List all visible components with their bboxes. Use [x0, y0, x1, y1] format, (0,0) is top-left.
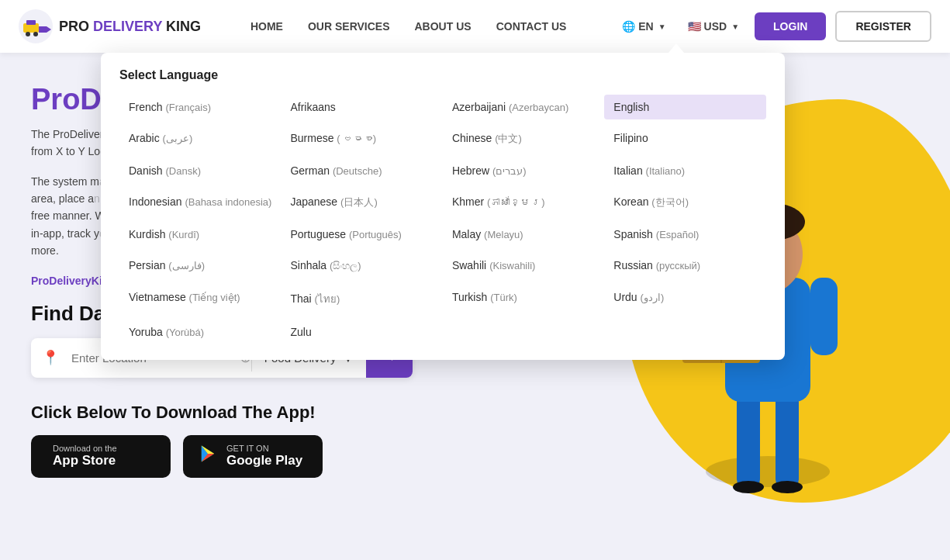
app-store-button[interactable]: Download on the App Store [31, 435, 171, 478]
language-item[interactable]: Danish (Dansk) [119, 158, 281, 183]
language-item[interactable]: German (Deutsche) [281, 158, 442, 183]
language-item[interactable]: Swahili (Kiswahili) [443, 253, 604, 278]
app-store-line1: Download on the [53, 444, 117, 453]
language-item[interactable]: Korean (한국어) [604, 189, 765, 216]
language-dropdown-title: Select Language [119, 68, 766, 82]
language-item[interactable] [604, 320, 765, 344]
svg-point-4 [33, 32, 38, 36]
language-item[interactable]: Filipino [604, 126, 765, 152]
logo-delivery: DELIVERY [93, 19, 162, 34]
nav-contact[interactable]: CONTACT US [496, 20, 567, 33]
language-item[interactable]: English [604, 95, 765, 119]
download-heading: Click Below To Download The App! [31, 403, 413, 423]
language-item[interactable]: Azerbaijani (Azerbaycan) [443, 95, 604, 119]
svg-point-10 [706, 456, 830, 487]
nav-right: 🌐 EN ▼ 🇺🇸 USD ▼ LOGIN REGISTER [616, 11, 931, 42]
language-item[interactable]: Spanish (Español) [604, 222, 765, 247]
flag-icon: 🇺🇸 [688, 20, 701, 33]
language-item[interactable]: Malay (Melayu) [443, 222, 604, 247]
google-play-line2: Google Play [226, 453, 302, 468]
register-button[interactable]: REGISTER [835, 11, 931, 42]
lang-label: EN [638, 20, 653, 33]
language-item[interactable]: Portuguese (Português) [281, 222, 442, 247]
download-section: Click Below To Download The App! Downloa… [31, 403, 413, 478]
language-dropdown: Select Language French (Français)Afrikaa… [101, 53, 785, 360]
language-item[interactable]: Thai (ไทย) [281, 285, 442, 313]
language-item[interactable]: Yoruba (Yorùbá) [119, 320, 281, 344]
app-store-line2: App Store [53, 453, 117, 468]
language-item[interactable] [443, 320, 604, 344]
language-item[interactable]: Vietnamese (Tiếng việt) [119, 285, 281, 313]
globe-icon: 🌐 [622, 20, 635, 33]
google-play-button[interactable]: GET IT ON Google Play [183, 435, 323, 478]
nav-links: HOME OUR SERVICES ABOUT US CONTACT US [250, 20, 566, 33]
language-button[interactable]: 🌐 EN ▼ [616, 17, 672, 36]
svg-rect-17 [810, 278, 838, 355]
language-item[interactable]: Kurdish (Kurdî) [119, 222, 281, 247]
logo-king: KING [166, 19, 201, 34]
logo[interactable]: PRO DELIVERY KING [19, 9, 201, 43]
nav-services[interactable]: OUR SERVICES [308, 20, 390, 33]
currency-label: USD [704, 20, 727, 33]
language-item[interactable]: Turkish (Türk) [443, 285, 604, 313]
svg-rect-12 [776, 394, 799, 487]
lang-chevron-icon: ▼ [658, 22, 666, 31]
language-grid: French (Français)AfrikaansAzerbaijani (A… [119, 95, 766, 344]
language-item[interactable]: Persian (فارسی) [119, 253, 281, 278]
language-item[interactable]: Khmer (ភាសាខ្មែរ) [443, 189, 604, 216]
language-item[interactable]: Urdu (اردو) [604, 285, 765, 313]
svg-point-13 [733, 481, 764, 493]
svg-rect-2 [26, 20, 36, 25]
google-play-line1: GET IT ON [226, 444, 302, 453]
app-buttons: Download on the App Store GE [31, 435, 413, 478]
google-play-text: GET IT ON Google Play [226, 444, 302, 468]
language-item[interactable]: Russian (русскый) [604, 253, 765, 278]
language-item[interactable]: Burmese (ဗမာစာ) [281, 126, 442, 152]
language-item[interactable]: Sinhala (සිංහල) [281, 253, 442, 278]
app-store-text: Download on the App Store [53, 444, 117, 468]
login-button[interactable]: LOGIN [755, 12, 826, 40]
language-item[interactable]: French (Français) [119, 95, 281, 119]
logo-pro: PRO [59, 19, 89, 34]
logo-icon [19, 9, 53, 43]
nav-about[interactable]: ABOUT US [415, 20, 472, 33]
language-item[interactable]: Arabic (عربى) [119, 126, 281, 152]
language-item[interactable]: Chinese (中文) [443, 126, 604, 152]
language-item[interactable]: Indonesian (Bahasa indonesia) [119, 189, 281, 216]
svg-point-3 [26, 32, 30, 36]
dropdown-arrow [668, 43, 684, 53]
language-item[interactable]: Afrikaans [281, 95, 442, 119]
language-item[interactable]: Italian (Italiano) [604, 158, 765, 183]
location-pin-icon: 📍 [31, 349, 59, 366]
language-item[interactable]: Japanese (日本人) [281, 189, 442, 216]
google-play-icon [197, 443, 219, 470]
svg-point-14 [772, 481, 803, 493]
nav-home[interactable]: HOME [250, 20, 283, 33]
language-item[interactable]: Zulu [281, 320, 442, 344]
navbar: PRO DELIVERY KING HOME OUR SERVICES ABOU… [0, 0, 950, 53]
currency-button[interactable]: 🇺🇸 USD ▼ [682, 17, 745, 36]
currency-chevron-icon: ▼ [731, 22, 739, 31]
svg-rect-11 [737, 394, 760, 487]
language-item[interactable]: Hebrew (עברים) [443, 158, 604, 183]
